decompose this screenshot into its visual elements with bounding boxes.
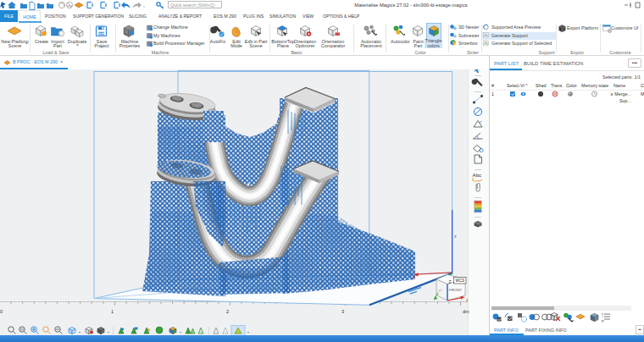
svg-text:FRONT: FRONT bbox=[449, 288, 462, 292]
svg-text:Z: Z bbox=[449, 280, 452, 284]
svg-text:WCS: WCS bbox=[456, 279, 465, 283]
svg-text:Abc: Abc bbox=[473, 172, 482, 178]
svg-text:z: z bbox=[454, 234, 457, 239]
